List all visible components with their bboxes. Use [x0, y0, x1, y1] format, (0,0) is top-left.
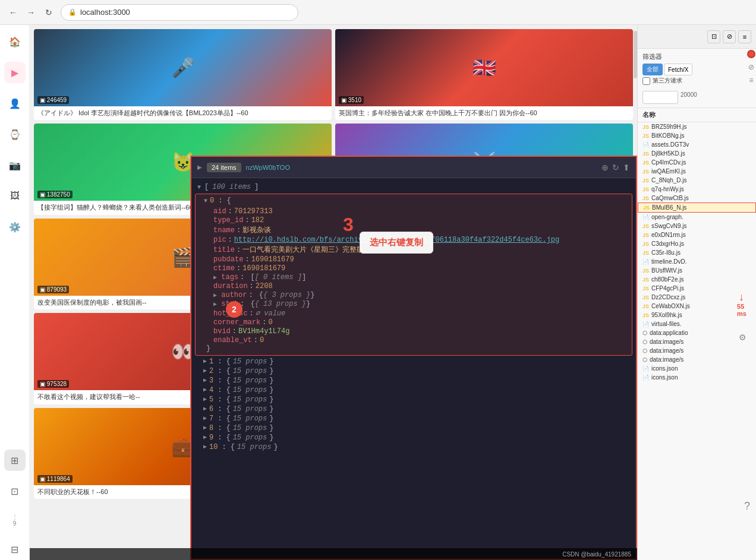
sidebar-sliders-icon[interactable]: ⊟: [4, 539, 26, 560]
devtools-settings-icon[interactable]: ⚙: [739, 333, 746, 342]
json-sub-item[interactable]: ▶3:{ 15 props }: [191, 376, 636, 385]
sidebar-filter-icon[interactable]: ⊡: [4, 480, 26, 502]
filter-icon-side[interactable]: ≡: [749, 76, 753, 84]
file-name: open-graph.: [651, 214, 683, 220]
forward-button[interactable]: →: [25, 7, 37, 18]
file-item[interactable]: JSq7q-hnWy.js: [638, 185, 756, 194]
devtools-btn-1[interactable]: ⊡: [707, 30, 720, 43]
file-item[interactable]: JSCaQmwCtB.js: [638, 194, 756, 203]
file-icon: JS: [642, 312, 649, 318]
sidebar-camera-icon[interactable]: 📷: [4, 154, 26, 176]
third-party-checkbox[interactable]: [642, 77, 650, 85]
json-refresh-icon[interactable]: ↻: [612, 163, 619, 172]
view-count: ▣ 975328: [37, 380, 69, 388]
file-item[interactable]: JSDj8kH5KD.js: [638, 149, 756, 158]
file-icon: 📄: [642, 375, 649, 381]
file-item[interactable]: JSBitKOBNg.js: [638, 131, 756, 140]
devtools-side-icons: ⊘ ≡: [746, 48, 756, 87]
file-name: BUsflWtV.js: [651, 267, 682, 274]
sidebar-home-icon[interactable]: 🏠: [4, 31, 26, 52]
sidebar-video-icon[interactable]: ▶: [4, 62, 26, 83]
json-sub-item[interactable]: ▶10:{ 15 props }: [191, 442, 636, 452]
view-count: ▣ 879093: [37, 286, 69, 293]
file-name: q7q-hnWy.js: [651, 186, 684, 192]
scroll-thumb[interactable]: [634, 31, 637, 78]
file-item[interactable]: JSBUsflWtV.js: [638, 266, 756, 275]
sidebar-gallery-icon[interactable]: 🖼: [4, 185, 26, 207]
sidebar-grid-icon[interactable]: ⊞: [4, 450, 26, 471]
file-icon: JS: [642, 241, 649, 247]
refresh-button[interactable]: ↻: [43, 7, 55, 18]
file-item[interactable]: JSe0xDN1rm.js: [638, 230, 756, 239]
video-card[interactable]: 🎤 ▣ 246459 《アイドル》 Idol 李艺彤演绎超越时代的偶像传说【BM…: [34, 29, 332, 120]
file-item[interactable]: ⬡data:image/s: [638, 346, 756, 355]
json-expand-arrow[interactable]: ▶: [197, 164, 202, 170]
file-name: sSwgCvN9.js: [651, 223, 686, 229]
file-item[interactable]: JSC35r-I8u.js: [638, 248, 756, 257]
file-item[interactable]: ⬡data:image/s: [638, 355, 756, 364]
file-item[interactable]: JSch80bF2e.js: [638, 275, 756, 284]
file-item[interactable]: JSBRZ59h9H.js: [638, 122, 756, 131]
json-item-0[interactable]: ▼ 0 : { aid:701297313 type_id:182 t: [195, 194, 632, 356]
size-min-input[interactable]: [642, 91, 678, 104]
file-icon: JS: [642, 232, 649, 238]
record-icon[interactable]: [747, 50, 755, 58]
file-name: 95Xol9hk.js: [651, 312, 682, 318]
json-sub-item[interactable]: ▶9:{ 15 props }: [191, 433, 636, 442]
file-icon: JS: [642, 133, 649, 139]
file-name: icons.json: [651, 365, 678, 372]
json-sub-item[interactable]: ▶5:{ 15 props }: [191, 395, 636, 404]
filter-all-btn[interactable]: 全部: [642, 64, 663, 75]
json-sub-item[interactable]: ▶7:{ 15 props }: [191, 414, 636, 423]
file-item[interactable]: JSC3dxgrHo.js: [638, 239, 756, 248]
address-bar[interactable]: 🔒 localhost:3000: [61, 4, 298, 21]
sidebar-more: ⋮9: [12, 511, 18, 529]
file-icon: JS: [642, 295, 649, 300]
json-sub-item[interactable]: ▶2:{ 15 props }: [191, 366, 636, 376]
back-button[interactable]: ←: [7, 7, 19, 18]
sidebar-watch-icon[interactable]: ⌚: [4, 124, 26, 145]
file-item[interactable]: 📄icons.json: [638, 364, 756, 373]
sidebar-user-icon[interactable]: 👤: [4, 93, 26, 114]
file-icon: JS: [642, 268, 649, 274]
devtools-btn-3[interactable]: ≡: [738, 30, 751, 43]
json-sub-item[interactable]: ▶4:{ 15 props }: [191, 385, 636, 395]
file-item[interactable]: JSsSwgCvN9.js: [638, 222, 756, 230]
filter-section: 筛选器 全部 Fetch/X 第三方请求 20000: [638, 49, 756, 108]
file-item[interactable]: JSCp4ImCDv.js: [638, 158, 756, 167]
view-count: ▣ 1382750: [37, 191, 73, 198]
help-icon[interactable]: ?: [744, 500, 750, 512]
clear-icon[interactable]: ⊘: [748, 63, 754, 71]
file-name: iwQAEmKl.js: [651, 168, 686, 175]
json-export-icon[interactable]: ⬆: [623, 163, 630, 172]
annotation-2: 2: [226, 301, 242, 318]
items-count-badge: 24 items: [207, 163, 241, 172]
watermark: CSDN @baidu_41921885: [562, 551, 631, 558]
file-item[interactable]: 📄open-graph.: [638, 213, 756, 222]
file-icon: ⬡: [642, 357, 647, 363]
file-item[interactable]: 📄timeline.DvD.: [638, 257, 756, 266]
file-item[interactable]: 📄icons.json: [638, 373, 756, 382]
json-copy-icon[interactable]: ⊕: [601, 163, 609, 172]
json-sub-item[interactable]: ▶6:{ 15 props }: [191, 404, 636, 414]
file-item[interactable]: JSiwQAEmKl.js: [638, 167, 756, 176]
file-item[interactable]: 📄virtual-files.: [638, 319, 756, 328]
sidebar-settings-icon[interactable]: ⚙️: [4, 216, 26, 238]
json-sub-item[interactable]: ▶1:{ 15 props }: [191, 357, 636, 366]
file-item[interactable]: 📄assets.DGT3v: [638, 140, 756, 149]
file-item[interactable]: JSBMuIB6_N.js: [638, 203, 756, 213]
file-icon: JS: [642, 160, 649, 166]
json-toolbar-icons: ⊕ ↻ ⬆: [601, 163, 630, 172]
devtools-sidebar: ⊡ ⊘ ≡ 筛选器 全部 Fetch/X 第三方请求 20000 名称 JSBR…: [637, 25, 756, 560]
json-viewer: ▶ 24 items nzWpW0bTOO ⊕ ↻ ⬆ ▼ [ 100 item…: [190, 156, 637, 560]
json-field-corner_mark: corner_mark:0: [213, 318, 623, 327]
filter-fetch-btn[interactable]: Fetch/X: [664, 64, 692, 75]
devtools-ms-label: 55ms: [737, 303, 746, 317]
devtools-btn-2[interactable]: ⊘: [723, 30, 736, 43]
video-card[interactable]: 🇬🇧 ▣ 3510 英国博主：多年经验告诚大家 在中国晚上千万不要出门 因为你会…: [335, 29, 633, 120]
file-name: data:image/s: [650, 347, 683, 354]
file-item[interactable]: JSC_8Nqh_D.js: [638, 176, 756, 185]
json-field-pubdate: pubdate:1690181679: [213, 255, 623, 264]
json-sub-item[interactable]: ▶8:{ 15 props }: [191, 423, 636, 433]
file-icon: ⬡: [642, 348, 647, 354]
